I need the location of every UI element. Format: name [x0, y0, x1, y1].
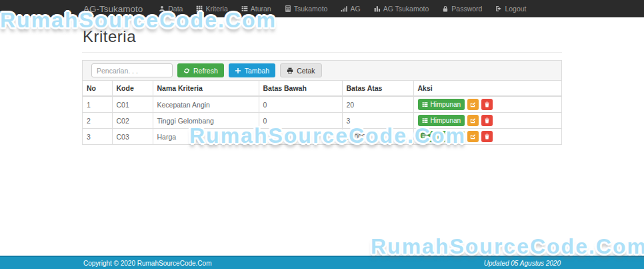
cetak-label: Cetak — [297, 67, 315, 75]
header-batas-atas: Batas Atas — [342, 81, 413, 96]
nav-item-ag[interactable]: AG — [334, 0, 367, 17]
cell-aksi: Himpunan — [413, 96, 561, 113]
brand-link[interactable]: AG-Tsukamoto — [83, 4, 143, 14]
main-content: Kriteria Refresh Tambah Cetak — [82, 27, 562, 145]
cell-batas-atas: 3 — [342, 113, 413, 129]
edit-button[interactable] — [467, 131, 479, 142]
trash-icon — [484, 133, 490, 140]
cell-batas-atas: 20 — [342, 96, 413, 113]
trash-icon — [484, 117, 490, 123]
row-actions: Himpunan — [418, 99, 558, 110]
tambah-button[interactable]: Tambah — [229, 63, 275, 77]
cell-aksi: Himpunan — [413, 113, 561, 129]
footer-updated: Updated 05 Agustus 2020 — [484, 260, 561, 267]
panel-toolbar: Refresh Tambah Cetak — [83, 61, 561, 81]
cell-nama-kriteria: Tinggi Gelombang — [153, 113, 259, 129]
himpunan-button[interactable]: Himpunan — [418, 131, 465, 142]
nav-item-label: Password — [451, 5, 482, 13]
refresh-icon — [183, 67, 190, 74]
nav-item-label: AG — [350, 5, 360, 13]
footer-copyright: Copyright © 2020 RumahSourceCode.Com — [83, 260, 211, 267]
edit-button[interactable] — [467, 115, 479, 126]
table-header-row: No Kode Nama Kriteria Batas Bawah Batas … — [83, 81, 561, 96]
cell-kode: C01 — [112, 96, 153, 113]
row-actions: Himpunan — [418, 115, 558, 126]
nav-item-label: Logout — [505, 5, 526, 13]
th-list-icon — [241, 5, 248, 12]
table-row: 1 C01 Kecepatan Angin 0 20 Himpunan — [83, 96, 561, 113]
table-body: 1 C01 Kecepatan Angin 0 20 Himpunan 2 C0… — [83, 96, 561, 144]
title-divider — [82, 52, 562, 53]
table-row: 3 C03 Harga 0 100000 Himpunan — [83, 129, 561, 145]
cell-nama-kriteria: Harga — [153, 129, 259, 145]
nav-item-aturan[interactable]: Aturan — [235, 0, 278, 17]
cell-kode: C03 — [112, 129, 153, 145]
delete-button[interactable] — [481, 115, 493, 126]
bar-chart-icon — [374, 5, 381, 12]
nav-item-label: Data — [168, 5, 183, 13]
refresh-label: Refresh — [193, 67, 218, 75]
cell-no: 3 — [83, 129, 112, 145]
plus-icon — [235, 67, 241, 74]
cell-no: 1 — [83, 96, 112, 113]
print-icon — [287, 67, 293, 74]
cell-nama-kriteria: Kecepatan Angin — [153, 96, 259, 113]
nav-item-label: Aturan — [251, 5, 271, 13]
kriteria-table: No Kode Nama Kriteria Batas Bawah Batas … — [83, 81, 561, 144]
tambah-label: Tambah — [245, 67, 269, 75]
nav-item-label: Tsukamoto — [294, 5, 328, 13]
nav-item-label: AG Tsukamoto — [383, 5, 429, 13]
delete-button[interactable] — [481, 131, 493, 142]
header-no: No — [83, 81, 112, 96]
nav-item-data[interactable]: Data — [152, 0, 189, 17]
header-kode: Kode — [112, 81, 153, 96]
cell-batas-bawah: 0 — [259, 96, 342, 113]
kriteria-panel: Refresh Tambah Cetak No Kode Nama Kriter… — [82, 60, 562, 145]
th-list-icon — [422, 133, 428, 140]
cell-no: 2 — [83, 113, 112, 129]
page-title: Kriteria — [83, 27, 562, 46]
cell-aksi: Himpunan — [413, 129, 561, 145]
nav-item-kriteria[interactable]: Kriteria — [189, 0, 234, 17]
himpunan-button[interactable]: Himpunan — [418, 99, 465, 110]
edit-icon — [470, 133, 476, 140]
cetak-button[interactable]: Cetak — [280, 63, 321, 77]
himpunan-label: Himpunan — [431, 133, 461, 140]
cell-batas-atas: 100000 — [342, 129, 413, 145]
edit-button[interactable] — [467, 99, 479, 110]
footer: Copyright © 2020 RumahSourceCode.Com Upd… — [0, 256, 644, 269]
table-row: 2 C02 Tinggi Gelombang 0 3 Himpunan — [83, 113, 561, 129]
edit-icon — [470, 101, 476, 107]
cell-batas-bawah: 0 — [259, 129, 342, 145]
user-icon — [159, 5, 165, 12]
th-list-icon — [422, 117, 428, 123]
header-nama-kriteria: Nama Kriteria — [153, 81, 259, 96]
header-batas-bawah: Batas Bawah — [259, 81, 342, 96]
cell-kode: C02 — [112, 113, 153, 129]
sign-out-icon — [495, 5, 502, 12]
lock-icon — [442, 5, 449, 12]
search-input[interactable] — [91, 63, 173, 77]
nav-item-label: Kriteria — [205, 5, 227, 13]
th-list-icon — [422, 101, 428, 107]
edit-icon — [470, 117, 476, 123]
navbar: AG-Tsukamoto Data Kriteria Aturan Tsukam… — [0, 0, 644, 17]
row-actions: Himpunan — [418, 131, 558, 142]
himpunan-label: Himpunan — [431, 101, 461, 108]
nav-item-logout[interactable]: Logout — [489, 0, 533, 17]
th-icon — [196, 5, 203, 12]
refresh-button[interactable]: Refresh — [177, 63, 224, 77]
nav-item-password[interactable]: Password — [435, 0, 489, 17]
cell-batas-bawah: 0 — [259, 113, 342, 129]
header-aksi: Aksi — [413, 81, 561, 96]
nav-item-ag-tsukamoto[interactable]: AG Tsukamoto — [367, 0, 436, 17]
trash-icon — [484, 101, 490, 107]
delete-button[interactable] — [481, 99, 493, 110]
himpunan-button[interactable]: Himpunan — [418, 115, 465, 126]
himpunan-label: Himpunan — [431, 117, 461, 124]
signal-icon — [341, 5, 347, 12]
calculator-icon — [285, 5, 291, 12]
nav-item-tsukamoto[interactable]: Tsukamoto — [278, 0, 335, 17]
